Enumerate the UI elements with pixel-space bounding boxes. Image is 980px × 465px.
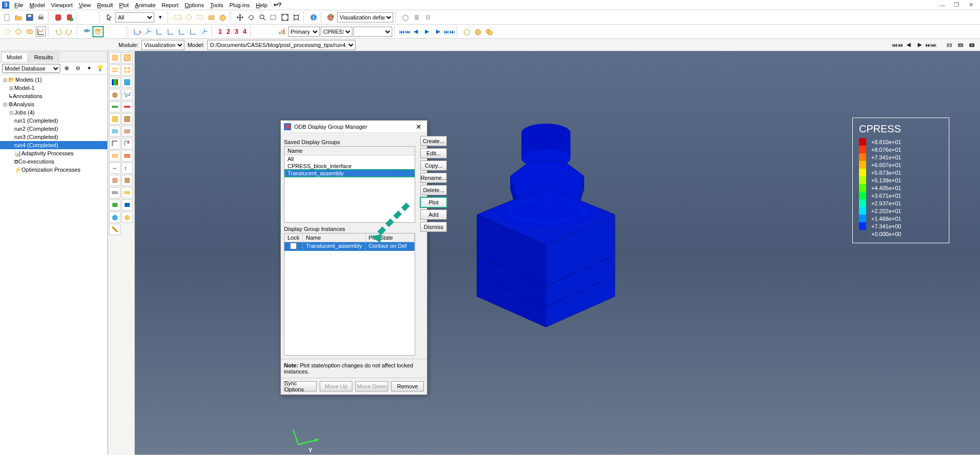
camera2-icon[interactable] — [955, 40, 966, 50]
tool-k1[interactable] — [109, 175, 121, 186]
menu-help[interactable]: Help — [253, 1, 271, 9]
tool-f2[interactable] — [122, 113, 133, 125]
cube3-icon[interactable] — [484, 27, 494, 37]
tree-filter-icon[interactable]: ✦ — [84, 63, 94, 74]
tool-o1[interactable] — [109, 224, 121, 235]
tool-contour[interactable] — [109, 77, 121, 88]
new-icon[interactable] — [2, 12, 12, 22]
csys-xyz-icon[interactable] — [143, 27, 153, 37]
menu-result[interactable]: Result — [94, 1, 116, 9]
rename-button[interactable]: Rename... — [420, 173, 447, 183]
menu-report[interactable]: Report — [159, 1, 182, 9]
nav-first-icon[interactable]: ⏮⏮ — [892, 40, 902, 50]
tool-f1[interactable] — [109, 113, 121, 125]
job-run2[interactable]: run2 (Completed) — [0, 125, 107, 133]
camera1-icon[interactable] — [944, 40, 954, 50]
menu-model[interactable]: Model — [27, 1, 48, 9]
saved-groups-list[interactable]: Name All CPRESS_block_interface Transluc… — [284, 146, 415, 223]
tool-j2[interactable]: ↕ — [122, 162, 133, 174]
open-icon[interactable] — [13, 12, 23, 22]
tool-e1[interactable] — [109, 101, 121, 112]
dismiss-button[interactable]: Dismiss — [420, 222, 447, 232]
move-up-button[interactable]: Move Up — [320, 381, 352, 391]
sel-box-icon[interactable] — [206, 12, 217, 22]
viewport[interactable]: CPRESS +8.810e+01+8.076e+01+7.341e+01+6.… — [135, 51, 980, 455]
csys-5-icon[interactable] — [199, 27, 209, 37]
camera3-icon[interactable] — [967, 40, 977, 50]
view-3[interactable]: 3 — [233, 28, 240, 35]
tool-i1[interactable] — [109, 150, 121, 161]
redo-icon[interactable] — [64, 27, 75, 37]
last-frame-icon[interactable]: ⏭⏭ — [444, 27, 455, 36]
tool-j1[interactable]: ↔ — [109, 162, 121, 174]
select-mode[interactable]: All — [115, 12, 154, 22]
viz-defaults-select[interactable]: Visualization defaults — [337, 12, 393, 22]
csys-2-icon[interactable] — [165, 27, 176, 37]
tool-h1[interactable] — [109, 138, 121, 149]
circle3-icon[interactable] — [25, 27, 35, 37]
fit-icon[interactable] — [280, 12, 290, 22]
plot-button[interactable]: Plot — [420, 197, 447, 207]
csys-xy-icon[interactable]: x — [132, 27, 142, 37]
circle2-icon[interactable] — [13, 27, 23, 37]
tool-b2[interactable] — [122, 64, 133, 76]
remove-button[interactable]: Remove — [391, 381, 424, 391]
csys-3-icon[interactable] — [177, 27, 187, 37]
db-icon[interactable] — [53, 12, 63, 22]
tool-m2[interactable] — [122, 199, 133, 211]
tab-results[interactable]: Results — [29, 52, 59, 62]
csys-4-icon[interactable] — [188, 27, 198, 37]
graph-icon[interactable] — [36, 27, 46, 37]
zoom-icon[interactable] — [257, 12, 268, 22]
tool-n2[interactable] — [122, 212, 133, 223]
job-run4[interactable]: run4 (Completed) — [0, 141, 107, 149]
tree-expand-icon[interactable]: ⊕ — [61, 63, 71, 74]
copy-button[interactable]: Copy... — [420, 160, 447, 171]
win-minimize-icon[interactable]: — — [935, 1, 949, 10]
circle1-icon[interactable] — [2, 27, 12, 37]
nav-last-icon[interactable]: ⏭⏭ — [926, 40, 936, 50]
menu-whatsthis[interactable]: ↩? — [271, 1, 285, 9]
win-close-icon[interactable]: ✕ — [964, 1, 978, 10]
tree-bulb-icon[interactable]: 💡 — [95, 63, 105, 74]
palette-icon[interactable] — [326, 12, 336, 22]
sel-cube-icon[interactable] — [218, 12, 228, 22]
menu-tools[interactable]: Tools — [207, 1, 226, 9]
view-2[interactable]: 2 — [225, 28, 232, 35]
menu-plot[interactable]: Plot — [116, 1, 132, 9]
nav-next-icon[interactable]: ▶ — [915, 40, 925, 50]
pan-icon[interactable] — [235, 12, 245, 22]
tool-m1[interactable] — [109, 199, 121, 211]
render1-icon[interactable] — [400, 12, 411, 22]
group-translucent[interactable]: Translucent_assembly — [284, 170, 415, 177]
move-down-button[interactable]: Move Down — [355, 381, 388, 391]
tool-c2[interactable] — [122, 77, 133, 88]
model-select[interactable]: D:/Documents/CASES/blog/post_processing_… — [207, 40, 355, 50]
tool-l2[interactable] — [122, 187, 133, 198]
win-maximize-icon[interactable]: ❐ — [949, 1, 964, 10]
rotate-icon[interactable] — [246, 12, 256, 22]
db2-icon[interactable] — [64, 12, 75, 22]
dialog-close-icon[interactable]: ✕ — [414, 123, 424, 131]
menu-plugins[interactable]: Plug-ins — [226, 1, 253, 9]
csys-1-icon[interactable] — [154, 27, 164, 37]
first-frame-icon[interactable]: ⏮⏮ — [399, 27, 410, 36]
delete-button[interactable]: Delete... — [420, 185, 447, 195]
tool-e2[interactable] — [122, 101, 133, 112]
info-icon[interactable]: i — [308, 12, 319, 22]
sel-circle-icon[interactable] — [184, 12, 194, 22]
tool-b1[interactable] — [109, 64, 121, 76]
print-icon[interactable] — [36, 12, 46, 22]
tool-l1[interactable] — [109, 187, 121, 198]
field-var-select[interactable]: CPRESS — [321, 27, 352, 37]
field-type-select[interactable]: Primary — [288, 27, 320, 37]
tree-collapse-icon[interactable]: ⊖ — [73, 63, 83, 74]
render2-icon[interactable] — [412, 12, 422, 22]
sel-rect-icon[interactable] — [173, 12, 183, 22]
cube1-icon[interactable] — [462, 27, 472, 37]
view-4[interactable]: 4 — [241, 28, 248, 35]
sync-options-button[interactable]: Sync Options — [284, 381, 317, 391]
play-icon[interactable]: ▶ — [422, 27, 432, 36]
tool-k2[interactable] — [122, 175, 133, 186]
filter-icon[interactable]: ▾ — [155, 12, 165, 22]
